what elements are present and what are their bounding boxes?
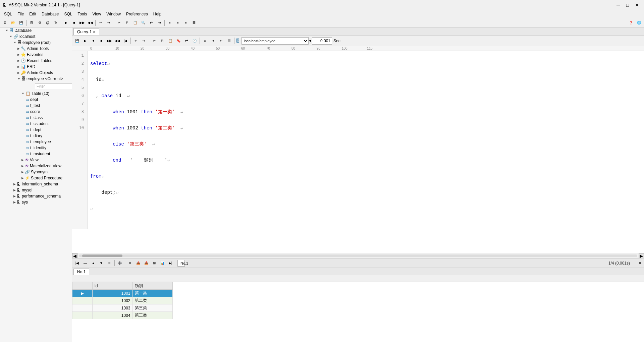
toolbar-at[interactable]: @	[44, 19, 51, 26]
toolbar-save[interactable]: 💾	[17, 19, 25, 26]
menu-file[interactable]: File	[15, 11, 26, 17]
sidebar-item-f_test[interactable]: ▭ f_test	[0, 103, 72, 109]
toolbar-new[interactable]: 🗎	[1, 19, 9, 26]
table-row[interactable]: 1003第三类	[72, 304, 173, 312]
toolbar-replace[interactable]: ⇄	[148, 19, 155, 26]
sidebar-item-t_diary[interactable]: ▭ t_diary	[0, 133, 72, 139]
explain2-button[interactable]: ⎘	[159, 37, 166, 45]
connection-select[interactable]: localhost/employee	[241, 37, 309, 45]
toolbar-align-left[interactable]: ≡	[166, 19, 173, 26]
close-button[interactable]: ✕	[633, 2, 641, 8]
col-label[interactable]: 類別	[132, 282, 173, 290]
toolbar-comment[interactable]: --	[198, 19, 206, 26]
sidebar-item-t_identity[interactable]: ▭ t_identity	[0, 145, 72, 151]
toolbar-db1[interactable]: 🗄	[28, 19, 35, 26]
sidebar-item-t_class[interactable]: ▭ t_class	[0, 115, 72, 121]
highlighter-button[interactable]: No.1	[177, 260, 185, 267]
maximize-button[interactable]: □	[623, 2, 632, 8]
results-last-button[interactable]: ▶|	[167, 260, 174, 267]
toolbar-redo[interactable]: ↪	[105, 19, 112, 26]
tab-query1[interactable]: Query-1 ✕	[73, 28, 99, 35]
bookmark-button[interactable]: 🔖	[175, 37, 182, 45]
tab-close[interactable]: ✕	[93, 30, 96, 34]
toolbar-copy[interactable]: ⎘	[123, 19, 131, 26]
results-delete-button[interactable]: ✕	[126, 260, 134, 267]
minimize-button[interactable]: ─	[614, 2, 623, 8]
toolbar-open[interactable]: 📂	[9, 19, 17, 26]
sidebar-item-t_employee[interactable]: ▭ t_employee	[0, 139, 72, 145]
sidebar-item-employee-current[interactable]: ▼ 🗄 employee <Current>	[0, 76, 72, 82]
prev-page-button[interactable]: ↩	[132, 37, 140, 45]
first-button[interactable]: |◀	[122, 37, 129, 45]
toolbar-align-right[interactable]: ≡	[182, 19, 190, 26]
toolbar-stop[interactable]: ■	[70, 19, 78, 26]
menu-sql2[interactable]: SQL	[61, 11, 75, 17]
sidebar-item-admin-tools[interactable]: ▶ 🔧 Admin Tools	[0, 46, 72, 52]
editor-container[interactable]: 0 10 20 30 40 50 60 70 80 90 100 110	[72, 46, 644, 253]
menu-view[interactable]: View	[90, 11, 104, 17]
results-down-button[interactable]: ▼	[98, 260, 105, 267]
toolbar-paste[interactable]: 📋	[131, 19, 139, 26]
sidebar-item-materialized-view[interactable]: ▶ 👁 Materialized View	[0, 163, 72, 169]
comment-button[interactable]: ☰	[225, 37, 233, 45]
menu-database[interactable]: Database	[39, 11, 61, 17]
sidebar-item-mysql[interactable]: ▶ 🗄 mysql	[0, 187, 72, 193]
results-chart-button[interactable]: 📊	[159, 260, 166, 267]
results-cancel-button[interactable]: ✕	[106, 260, 113, 267]
sidebar-item-t_cstudent[interactable]: ▭ t_cstudent	[0, 121, 72, 127]
outdent-button[interactable]: ⇤	[217, 37, 225, 45]
sidebar-item-performance-schema[interactable]: ▶ 🗄 performance_schema	[0, 193, 72, 199]
results-export-button[interactable]: 📤	[135, 260, 142, 267]
sidebar-item-localhost[interactable]: ▼ 🔗 localhost	[0, 34, 72, 40]
toolbar-db2[interactable]: ⚙	[36, 19, 43, 26]
results-up-button[interactable]: ▲	[90, 260, 97, 267]
code-content[interactable]: select↵ id↵ , case id ↵ when 1001 then '…	[88, 51, 644, 229]
indent-button[interactable]: ⇥	[209, 37, 217, 45]
editor-scrollbar[interactable]: ◀ ▶	[72, 253, 644, 258]
results-first-button[interactable]: |◀	[73, 260, 81, 267]
result-tab-1[interactable]: No.1	[73, 269, 89, 275]
sidebar-item-employee-root[interactable]: ▼ 🗄 employee (root)	[0, 40, 72, 46]
sidebar-item-erd[interactable]: ▶ 📊 ERD	[0, 64, 72, 70]
sidebar-item-synonym[interactable]: ▶ 🔗 Synonym	[0, 169, 72, 175]
toolbar-find[interactable]: 🔍	[140, 19, 147, 26]
table-row[interactable]: 1002第二类	[72, 297, 173, 304]
results-prev-button[interactable]: —	[82, 260, 89, 267]
table-row[interactable]: ▶1001第一类	[72, 290, 173, 297]
history-button[interactable]: 🕐	[191, 37, 198, 45]
menu-edit[interactable]: Edit	[26, 11, 39, 17]
save-query-button[interactable]: 💾	[73, 37, 81, 45]
sidebar-item-recent-tables[interactable]: ▶ 🕐 Recent Tables	[0, 58, 72, 64]
toolbar-help[interactable]: ❓	[627, 19, 635, 26]
sidebar-item-admin-objects[interactable]: ▶ 🔑 Admin Objects	[0, 70, 72, 76]
toolbar-cut[interactable]: ✂	[115, 19, 123, 26]
toolbar-refresh[interactable]: ↻	[52, 19, 59, 26]
run-dropdown[interactable]: ▾	[90, 37, 97, 45]
stop-button[interactable]: ■	[98, 37, 105, 45]
toolbar-undo[interactable]: ↩	[97, 19, 104, 26]
align-button[interactable]: ≡	[201, 37, 209, 45]
toolbar-run[interactable]: ▶	[62, 19, 70, 26]
sidebar-item-favorites[interactable]: ▶ ⭐ Favorites	[0, 52, 72, 58]
results-import-button[interactable]: 📥	[143, 260, 150, 267]
filter-input[interactable]	[35, 83, 72, 89]
menu-sql[interactable]: SQL	[1, 11, 15, 17]
format-button[interactable]: ⇄	[183, 37, 190, 45]
sidebar-item-t_dept[interactable]: ▭ t_dept	[0, 127, 72, 133]
menu-help[interactable]: Help	[151, 11, 164, 17]
toolbar-align-center[interactable]: ≡	[174, 19, 181, 26]
toolbar-format[interactable]: ☰	[190, 19, 198, 26]
table-row[interactable]: 1004第三类	[72, 312, 173, 319]
scroll-thumb[interactable]	[82, 254, 122, 257]
col-id[interactable]: id	[93, 282, 133, 290]
sidebar-item-score[interactable]: ▭ score	[0, 109, 72, 115]
next-result-button[interactable]: ◀◀	[114, 37, 121, 45]
sidebar-item-table-group[interactable]: ▼ 📋 Table (10)	[0, 91, 72, 97]
scroll-left-button[interactable]: ◀	[72, 253, 77, 259]
toolbar-indent[interactable]: ⇥	[156, 19, 163, 26]
toolbar-run-all[interactable]: ▶▶	[78, 19, 86, 26]
sidebar-item-stored-procedure[interactable]: ▶ ⚡ Stored Procedure	[0, 175, 72, 181]
next-page-button[interactable]: ↪	[140, 37, 148, 45]
results-close-button[interactable]: ✕	[637, 261, 643, 266]
sidebar-item-information-schema[interactable]: ▶ 🗄 information_schema	[0, 181, 72, 187]
